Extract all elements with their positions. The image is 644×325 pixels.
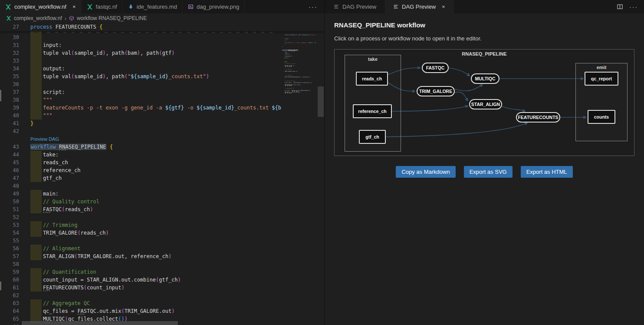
- code-line: 40 """: [0, 112, 324, 119]
- export-as-svg-button[interactable]: Export as SVG: [464, 166, 513, 178]
- code-line: 50 // Quality control: [0, 198, 324, 206]
- code-line: 49 main:: [0, 190, 324, 198]
- dag-node-TRIM_GALORE[interactable]: TRIM_GALORE: [417, 86, 455, 96]
- line-number: 61: [0, 284, 19, 292]
- ide-window: complex_workflow.nf × fastqc.nf ide_feat…: [0, 0, 644, 325]
- tab-dag-preview-active[interactable]: DAG Preview ×: [385, 0, 453, 13]
- code-line: 36: [0, 80, 324, 88]
- tab-label: DAG Preview: [402, 3, 436, 10]
- right-tab-group: DAG Preview DAG Preview × ···: [325, 0, 644, 13]
- line-number: 53: [0, 221, 19, 229]
- line-number: 66: [0, 323, 19, 325]
- line-number: 42: [0, 127, 19, 135]
- dag-node-FASTQC[interactable]: FASTQC: [422, 63, 449, 73]
- code-line: 42: [0, 127, 324, 135]
- gutter-decoration: [0, 90, 1, 101]
- line-number: 48: [0, 182, 19, 190]
- sticky-code-text: process FEATURECOUNTS {: [30, 23, 102, 31]
- code-line: 45 reads_ch: [0, 159, 324, 166]
- line-number: 57: [0, 252, 19, 260]
- more-tabs-button[interactable]: ···: [302, 0, 325, 13]
- line-number: 45: [0, 159, 19, 166]
- copy-as-markdown-button[interactable]: Copy as Markdown: [396, 166, 455, 178]
- code-line: 37 script:: [0, 88, 324, 96]
- line-number: 52: [0, 213, 19, 221]
- export-buttons: Copy as Markdown Export as SVG Export as…: [334, 166, 634, 178]
- line-number: 27: [0, 23, 19, 31]
- tab-label: fastqc.nf: [96, 3, 117, 10]
- tab-ide-features-md[interactable]: ide_features.md: [123, 0, 183, 13]
- tab-dag-preview-png[interactable]: dag_preview.png: [183, 0, 245, 13]
- line-number: 37: [0, 88, 19, 96]
- close-icon[interactable]: ×: [72, 4, 76, 10]
- dag-node-qc_report[interactable]: qc_report: [585, 72, 618, 86]
- code-line: 39 featureCounts -p -t exon -g gene_id -…: [0, 104, 324, 112]
- code-line: 52: [0, 213, 324, 221]
- dag-node-FEATURECOUNTS[interactable]: FEATURECOUNTS: [516, 112, 560, 123]
- line-number: 43: [0, 143, 19, 151]
- split-editor-icon[interactable]: [617, 3, 623, 10]
- codelens-row: Preview DAG: [0, 135, 324, 143]
- code-line: 41}: [0, 119, 324, 127]
- code-line: 48: [0, 182, 324, 190]
- line-number: 60: [0, 276, 19, 284]
- dag-node-STAR_ALIGN[interactable]: STAR_ALIGN: [469, 99, 502, 109]
- chevron-right-icon: ›: [65, 15, 66, 22]
- dag-node-reads_ch[interactable]: reads_ch: [356, 72, 388, 86]
- code-line: 61 FEATURECOUNTS(count_input): [0, 284, 324, 292]
- line-number: 30: [0, 33, 19, 41]
- tab-fastqc-nf[interactable]: fastqc.nf: [82, 0, 123, 13]
- vertical-scrollbar-thumb[interactable]: [318, 86, 324, 117]
- code-line: 38 """: [0, 96, 324, 104]
- preview-icon: [393, 4, 399, 10]
- line-number: 44: [0, 151, 19, 159]
- export-as-html-button[interactable]: Export as HTML: [521, 166, 573, 178]
- code-line: 53 // Trimming: [0, 221, 324, 229]
- code-line: 51 FASTQC(reads_ch): [0, 206, 324, 213]
- line-number: 63: [0, 299, 19, 307]
- dag-diagram: RNASEQ_PIPELINE takeemitreads_chreferenc…: [334, 49, 634, 156]
- code-line: 43workflow RNASEQ_PIPELINE {: [0, 143, 324, 151]
- code-line: 59 // Quantification: [0, 268, 324, 276]
- close-icon[interactable]: ×: [442, 4, 445, 10]
- breadcrumb-symbol[interactable]: workflow RNASEQ_PIPELINE: [77, 15, 147, 21]
- code-line: 31 input:: [0, 41, 324, 49]
- dag-node-reference_ch[interactable]: reference_ch: [353, 104, 392, 118]
- dag-edge-gtf_ch-to-FEATURECOUNTS: [386, 123, 527, 137]
- tab-label: DAG Preview: [342, 3, 376, 10]
- more-actions-button[interactable]: ···: [629, 3, 638, 10]
- codelens-preview-dag-link[interactable]: Preview DAG: [30, 135, 59, 143]
- image-icon: [188, 4, 194, 10]
- tab-dag-preview-inactive[interactable]: DAG Preview: [325, 0, 385, 13]
- nextflow-icon: [87, 4, 93, 10]
- code-line: 47 gtf_ch: [0, 174, 324, 182]
- editor-actions: ···: [617, 0, 644, 13]
- code-line: 33: [0, 57, 324, 65]
- tab-label: dag_preview.png: [197, 3, 239, 10]
- dag-node-counts[interactable]: counts: [588, 110, 615, 124]
- breadcrumb-file[interactable]: complex_workflow.nf: [14, 15, 62, 21]
- panel-subtitle: Click on a process or workflow node to o…: [334, 35, 644, 42]
- dag-edge-TRIM_GALORE-to-STAR_ALIGN: [455, 92, 467, 100]
- markdown-down-arrow-icon: [128, 4, 134, 10]
- line-number: 54: [0, 229, 19, 237]
- dag-edge-FASTQC-to-MULTIQC: [449, 68, 469, 76]
- tab-complex-workflow-nf[interactable]: complex_workflow.nf ×: [0, 0, 82, 13]
- gutter-decoration: [0, 282, 1, 290]
- code-line: 35 tuple val(sample_id), path("${sample_…: [0, 73, 324, 80]
- line-number: 40: [0, 112, 19, 119]
- line-number: 39: [0, 104, 19, 112]
- dag-node-MULTIQC[interactable]: MULTIQC: [471, 73, 499, 84]
- code-line: 55: [0, 237, 324, 245]
- code-editor[interactable]: 3031 input:32 tuple val(sample_id), path…: [0, 23, 324, 325]
- minimap[interactable]: process FEATURECOUNTS { input: tuple val…: [282, 23, 316, 325]
- sticky-scroll-line[interactable]: 27 process FEATURECOUNTS {: [0, 23, 324, 31]
- horizontal-scrollbar-thumb[interactable]: [22, 321, 178, 325]
- code-line: 63 // Aggregate QC: [0, 299, 324, 307]
- dag-preview-panel: RNASEQ_PIPELINE workflow Click on a proc…: [325, 13, 644, 325]
- dag-edge-reference_ch-to-STAR_ALIGN: [392, 106, 467, 111]
- code-line: 60 count_input = STAR_ALIGN.out.combine(…: [0, 276, 324, 284]
- dag-node-gtf_ch[interactable]: gtf_ch: [359, 130, 386, 144]
- editor-tab-bar: complex_workflow.nf × fastqc.nf ide_feat…: [0, 0, 644, 13]
- code-line: 58: [0, 260, 324, 268]
